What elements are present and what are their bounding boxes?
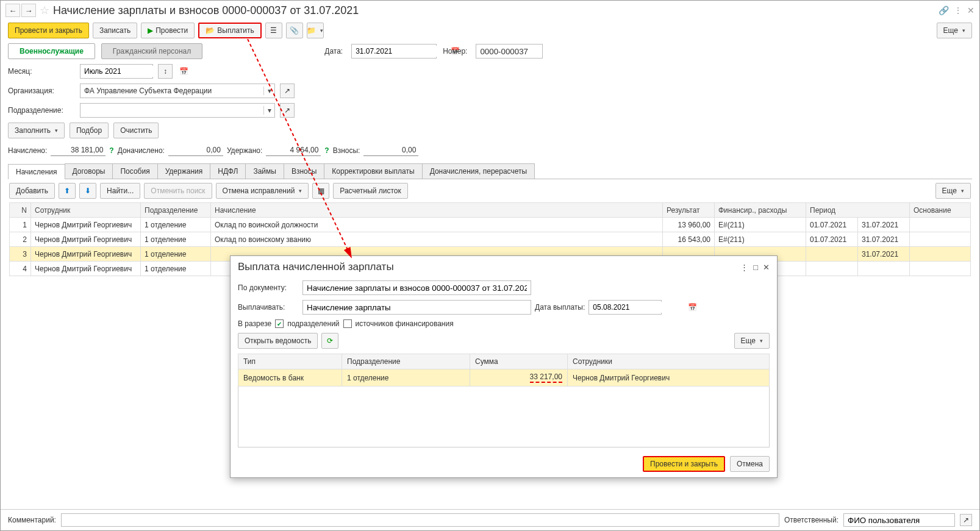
month-stepper[interactable]: ↕: [158, 64, 173, 79]
date-field[interactable]: 📅: [351, 44, 437, 59]
col-emp[interactable]: Сотрудник: [31, 203, 141, 218]
number-field[interactable]: [476, 44, 543, 59]
open-org-icon[interactable]: ↗: [280, 84, 295, 98]
link-icon[interactable]: 🔗: [939, 5, 949, 15]
dlg-pay-label: Выплачивать:: [238, 303, 299, 312]
cancel-find-button[interactable]: Отменить поиск: [144, 183, 212, 199]
dropdown-icon[interactable]: ▾: [263, 106, 274, 115]
dlg-post-close-button[interactable]: Провести и закрыть: [643, 456, 725, 472]
tab-ndfl[interactable]: НДФЛ: [210, 163, 246, 179]
document-title: Начисление зарплаты и взносов 0000-00003…: [53, 4, 359, 17]
post-and-close-button[interactable]: Провести и закрыть: [8, 23, 89, 38]
save-button[interactable]: Записать: [93, 23, 137, 38]
col-period[interactable]: Период: [806, 203, 910, 218]
payment-dialog: Выплата начисленной зарплаты ⋮ □ ✕ По до…: [230, 255, 778, 478]
col-res[interactable]: Результат: [663, 203, 715, 218]
table-row[interactable]: Ведомость в банк 1 отделение 33 217,00 Ч…: [238, 369, 770, 387]
pick-button[interactable]: Подбор: [70, 123, 109, 138]
help-icon[interactable]: ?: [109, 146, 113, 155]
accrued-label: Начислено:: [8, 146, 47, 155]
extra-menu-button[interactable]: 📁▾: [307, 23, 324, 38]
payslip-button[interactable]: Расчетный листок: [333, 183, 407, 199]
nav-back[interactable]: ←: [5, 4, 20, 17]
month-label: Месяц:: [8, 67, 75, 76]
checkbox-source[interactable]: [343, 319, 352, 328]
find-button[interactable]: Найти...: [100, 183, 140, 199]
col-base[interactable]: Основание: [910, 203, 971, 218]
dialog-close-icon[interactable]: ✕: [763, 263, 770, 272]
more-icon[interactable]: ⋮: [954, 5, 962, 15]
dlg-col-dept[interactable]: Подразделение: [342, 354, 470, 369]
tab-deductions[interactable]: Удержания: [157, 163, 211, 179]
col-acc[interactable]: Начисление: [211, 203, 663, 218]
tab-loans[interactable]: Займы: [245, 163, 284, 179]
add-button[interactable]: Добавить: [9, 183, 55, 199]
dlg-cancel-button[interactable]: Отмена: [730, 456, 770, 472]
col-fin[interactable]: Финансир., расходы: [715, 203, 806, 218]
attach-icon-button[interactable]: 📎: [286, 23, 303, 38]
contrib-value: 0,00: [363, 144, 418, 156]
dialog-title: Выплата начисленной зарплаты: [238, 261, 394, 273]
fill-button[interactable]: Заполнить▾: [8, 123, 65, 138]
tab-military[interactable]: Военнослужащие: [8, 43, 95, 59]
pay-button[interactable]: 📂Выплатить: [198, 23, 262, 38]
contrib-label: Взносы:: [333, 146, 360, 155]
sub-more-button[interactable]: Еще▾: [935, 183, 971, 199]
dlg-col-sum[interactable]: Сумма: [470, 354, 568, 369]
checkbox-dept[interactable]: ✔: [275, 319, 284, 328]
held-label: Удержано:: [227, 146, 262, 155]
dept-label: Подразделение:: [8, 106, 75, 115]
dlg-pay-field[interactable]: [302, 300, 531, 315]
refresh-button[interactable]: ⟳: [321, 333, 338, 349]
table-row[interactable]: 1Чернов Дмитрий Георгиевич1 отделениеОкл…: [10, 218, 971, 232]
grid-icon-button[interactable]: ▦: [312, 183, 329, 199]
help-icon[interactable]: ?: [324, 146, 329, 155]
col-n[interactable]: N: [10, 203, 31, 218]
comment-input[interactable]: [61, 513, 779, 527]
dropdown-icon[interactable]: ▾: [263, 87, 274, 95]
open-user-icon[interactable]: ↗: [960, 514, 972, 526]
tab-contrib[interactable]: Взносы: [284, 163, 324, 179]
calendar-icon[interactable]: 📅: [179, 67, 188, 76]
form-icon-button[interactable]: ☰: [265, 23, 282, 38]
open-dept-icon[interactable]: ↗: [280, 103, 295, 118]
tab-contracts[interactable]: Договоры: [65, 163, 113, 179]
tab-accruals[interactable]: Начисления: [8, 164, 65, 179]
col-dept[interactable]: Подразделение: [141, 203, 211, 218]
post-button[interactable]: ▶Провести: [141, 23, 195, 38]
tab-benefits[interactable]: Пособия: [112, 163, 157, 179]
extra-label: Доначислено:: [118, 146, 165, 155]
month-field[interactable]: 📅: [80, 64, 153, 79]
tab-correction[interactable]: Корректировки выплаты: [324, 163, 422, 179]
move-up-button[interactable]: ⬆: [59, 183, 76, 199]
department-select[interactable]: ▾: [80, 103, 275, 118]
move-down-button[interactable]: ⬇: [79, 183, 96, 199]
date-label: Дата:: [324, 47, 343, 55]
dialog-maximize-icon[interactable]: □: [753, 263, 758, 272]
responsible-input[interactable]: [843, 513, 955, 527]
tab-recalc[interactable]: Доначисления, перерасчеты: [422, 163, 535, 179]
open-statement-button[interactable]: Открыть ведомость: [238, 333, 318, 349]
cancel-corrections-button[interactable]: Отмена исправлений▾: [216, 183, 309, 199]
dlg-col-type[interactable]: Тип: [238, 354, 342, 369]
clear-button[interactable]: Очистить: [113, 123, 159, 138]
extra-value: 0,00: [168, 144, 223, 156]
organization-select[interactable]: ФА Управление Субъекта Федерации ▾: [80, 84, 275, 98]
org-label: Организация:: [8, 87, 75, 95]
dialog-menu-icon[interactable]: ⋮: [740, 263, 748, 272]
calendar-icon[interactable]: 📅: [688, 303, 697, 312]
comment-label: Комментарий:: [8, 516, 56, 524]
dlg-doc-field[interactable]: [302, 280, 531, 295]
tab-civilian[interactable]: Гражданский персонал: [101, 43, 202, 59]
close-icon[interactable]: ✕: [967, 5, 975, 15]
dlg-more-button[interactable]: Еще▾: [734, 333, 770, 349]
more-button[interactable]: Еще▾: [937, 23, 972, 38]
payment-table[interactable]: Тип Подразделение Сумма Сотрудники Ведом…: [238, 354, 770, 447]
favorite-star-icon[interactable]: ☆: [40, 4, 49, 17]
dlg-paydate-field[interactable]: 📅: [588, 300, 662, 315]
dlg-col-emp[interactable]: Сотрудники: [568, 354, 770, 369]
tab-bar: Начисления Договоры Пособия Удержания НД…: [8, 163, 972, 179]
responsible-label: Ответственный:: [784, 516, 839, 524]
table-row[interactable]: 2Чернов Дмитрий Георгиевич1 отделениеОкл…: [10, 232, 971, 247]
nav-forward[interactable]: →: [21, 4, 36, 17]
